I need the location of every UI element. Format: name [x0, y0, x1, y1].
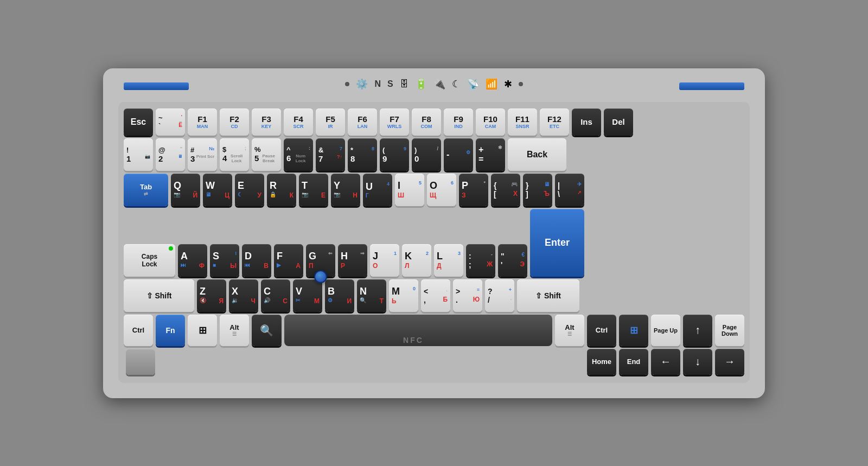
minus-key[interactable]: - ⚙: [444, 138, 473, 171]
shift-right-label: ⇧ Shift: [535, 291, 561, 300]
f9-key[interactable]: F9 IND: [444, 108, 473, 136]
home-row: CapsLock A ⏭ Ф S I ■: [124, 209, 744, 277]
pageup-key[interactable]: Page Up: [651, 315, 680, 346]
end-key[interactable]: End: [619, 349, 648, 375]
f1-label: F1: [197, 114, 207, 124]
5-key[interactable]: % 5 Pause Break: [252, 138, 281, 171]
r-key[interactable]: R 🔒 К: [267, 174, 296, 206]
v-key[interactable]: V ✂ М: [293, 279, 322, 312]
alt-right-label: Alt: [565, 323, 574, 331]
s-key[interactable]: S I ■ Ы: [210, 244, 239, 277]
ctrl-right-key[interactable]: Ctrl: [587, 315, 616, 346]
f12-key[interactable]: F12 ETC: [540, 108, 569, 136]
arrow-down-key[interactable]: ↓: [683, 349, 712, 375]
top-bar-accent-left: [124, 82, 189, 90]
rbracket-key[interactable]: } 🖥 ] Ъ: [523, 174, 552, 206]
f4-key[interactable]: F4 SCR: [284, 108, 313, 136]
ins-key[interactable]: Ins: [572, 108, 601, 136]
magnifier-key[interactable]: 🔍: [252, 315, 282, 346]
semicolon-key[interactable]: : - ; Ж: [466, 244, 495, 277]
l-key[interactable]: L 3 Д: [434, 244, 463, 277]
comma-key[interactable]: < . , Б: [421, 279, 450, 312]
fn-key[interactable]: Fn: [156, 315, 185, 346]
spacebar-nfc[interactable]: NFC: [284, 315, 552, 346]
slash-key[interactable]: ? + / .: [485, 279, 514, 312]
tab-key[interactable]: Tab ⇄: [124, 174, 168, 206]
f1-key[interactable]: F1 MAN: [188, 108, 217, 136]
backspace-key[interactable]: Back: [508, 138, 566, 171]
backslash-key[interactable]: | ✈ \ ↗: [555, 174, 584, 206]
0-key[interactable]: ) / 0: [412, 138, 441, 171]
f7-label: F7: [390, 114, 399, 124]
d-key[interactable]: D ⏮ В: [242, 244, 271, 277]
9-key[interactable]: ( 9 9: [380, 138, 409, 171]
m-key[interactable]: M 0 Ь: [389, 279, 418, 312]
period-key[interactable]: > ≡ . Ю: [453, 279, 482, 312]
k-key[interactable]: K 2 Л: [402, 244, 431, 277]
7-key[interactable]: & 7 7 ?↑: [316, 138, 345, 171]
o-key[interactable]: O 6 Щ: [427, 174, 456, 206]
pagedown-key[interactable]: Page Down: [715, 315, 744, 346]
p-key[interactable]: P * З: [459, 174, 488, 206]
home-label: Home: [592, 358, 611, 366]
alt-right-key[interactable]: Alt ☰: [555, 315, 584, 346]
c-key[interactable]: C 🔊 С: [261, 279, 290, 312]
arrow-up-key[interactable]: ↑: [683, 315, 712, 346]
f2-key[interactable]: F2 CD: [220, 108, 249, 136]
2-key[interactable]: @ " 2 🖥: [156, 138, 185, 171]
f8-key[interactable]: F8 COM: [412, 108, 441, 136]
keyboard-area: Esc ~ ' ` Ё F1 MAN F2: [118, 102, 750, 383]
f5-key[interactable]: F5 IR: [316, 108, 345, 136]
4-key[interactable]: $ ; 4 Scroll Lock: [220, 138, 249, 171]
x-key[interactable]: X 🔉 Ч: [229, 279, 258, 312]
1-key[interactable]: ! 1 📷: [124, 138, 153, 171]
win-left-key[interactable]: ⊞: [188, 315, 217, 346]
caps-indicator: [169, 246, 173, 251]
tilde-key[interactable]: ~ ' ` Ё: [156, 108, 185, 136]
e-key[interactable]: E ☾ У: [235, 174, 264, 206]
q-key[interactable]: Q 📷 Й: [171, 174, 200, 206]
a-key[interactable]: A ⏭ Ф: [178, 244, 207, 277]
f-key[interactable]: F ▶ А: [274, 244, 303, 277]
h-key[interactable]: H ⇒ Р: [338, 244, 367, 277]
3-key[interactable]: # № 3 Print Scr: [188, 138, 217, 171]
win-right-key[interactable]: ⊞: [619, 315, 648, 346]
shift-left-key[interactable]: ⇧ Shift: [124, 279, 194, 312]
arrow-left-key[interactable]: ←: [651, 349, 680, 375]
equals-key[interactable]: + ✱ =: [476, 138, 505, 171]
backtick: `: [158, 122, 161, 130]
j-key[interactable]: J 1 О: [370, 244, 399, 277]
w-key[interactable]: W 🖥 Ц: [203, 174, 232, 206]
f10-key[interactable]: F10 CAM: [476, 108, 505, 136]
arrow-right-key[interactable]: →: [715, 349, 744, 375]
ctrl-left-key[interactable]: Ctrl: [124, 315, 153, 346]
6-key[interactable]: ^ : 6 Num Lock: [284, 138, 313, 171]
g-key[interactable]: G ⇐ П: [306, 244, 335, 277]
u-key[interactable]: U 4 Г: [363, 174, 392, 206]
enter-key[interactable]: Enter: [530, 209, 584, 277]
f3-key[interactable]: F3 KEY: [252, 108, 281, 136]
y-key[interactable]: Y 📷 Н: [331, 174, 360, 206]
f12-sub: ETC: [550, 124, 559, 129]
qwerty-row: Tab ⇄ Q 📷 Й W: [124, 174, 744, 206]
n-key[interactable]: N 🔍 Т: [357, 279, 386, 312]
home-key[interactable]: Home: [587, 349, 616, 375]
shift-right-key[interactable]: ⇧ Shift: [517, 279, 579, 312]
del-key[interactable]: Del: [604, 108, 633, 136]
t-key[interactable]: T 📷 Е: [299, 174, 328, 206]
8-key[interactable]: * 8 8: [348, 138, 377, 171]
z-key[interactable]: Z 🔇 Я: [197, 279, 226, 312]
f7-key[interactable]: F7 WRLS: [380, 108, 409, 136]
b-key[interactable]: B ⚙ И: [325, 279, 354, 312]
trackpoint[interactable]: [314, 270, 327, 283]
f4-sub: SCR: [293, 124, 303, 129]
lbracket-key[interactable]: { 🎮 [ Х: [491, 174, 520, 206]
esc-key[interactable]: Esc: [124, 108, 153, 136]
f5-label: F5: [326, 114, 335, 124]
i-key[interactable]: I 5 Ш: [395, 174, 424, 206]
f11-key[interactable]: F11 SNSR: [508, 108, 537, 136]
alt-left-key[interactable]: Alt ☰: [220, 315, 249, 346]
capslock-key[interactable]: CapsLock: [124, 244, 175, 277]
quote-key[interactable]: " € ' Э: [498, 244, 527, 277]
f6-key[interactable]: F6 LAN: [348, 108, 377, 136]
